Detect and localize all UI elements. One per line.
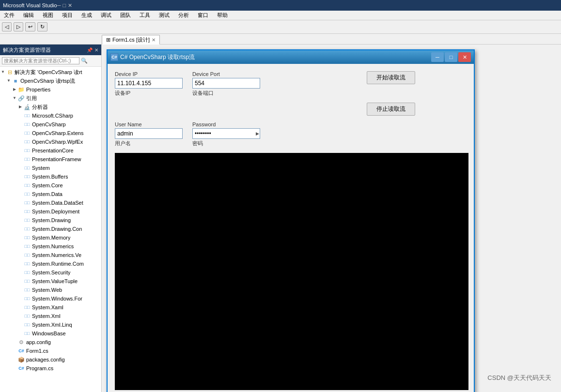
tree-item-ref-opencvsharp-ext[interactable]: □□ OpenCvSharp.Extens xyxy=(0,129,101,137)
start-stream-btn[interactable]: 开始读取流 xyxy=(367,71,415,84)
tree-item-ref-system[interactable]: □□ System xyxy=(0,164,101,172)
menu-help[interactable]: 帮助 xyxy=(215,11,230,19)
close-icon[interactable]: ✕ xyxy=(94,47,98,53)
ref-icon-system-memory: □□ xyxy=(23,234,31,241)
expander-properties[interactable]: ▶ xyxy=(12,87,17,92)
tab-close-icon[interactable]: ✕ xyxy=(152,37,156,43)
tree-item-app-config[interactable]: ⚙ app.config xyxy=(0,338,101,347)
winform-maximize-btn[interactable]: □ xyxy=(445,52,457,62)
ref-label-system-runtime: System.Runtime.Com xyxy=(32,260,84,268)
device-ip-input[interactable] xyxy=(115,78,183,89)
pin-icon[interactable]: 📌 xyxy=(87,47,93,53)
analyzer-icon: 🔬 xyxy=(23,103,31,111)
menu-build[interactable]: 生成 xyxy=(79,11,94,19)
winform-title-area: C# C# OpenCvSharp 读取rtsp流 xyxy=(110,53,195,61)
tab-form1-design[interactable]: ⊞ Form1.cs [设计] ✕ xyxy=(102,35,160,45)
tree-item-program-cs[interactable]: C# Program.cs xyxy=(0,364,101,373)
ref-label-system-xml-linq: System.Xml.Linq xyxy=(32,321,72,329)
toolbar-forward[interactable]: ▷ xyxy=(14,22,23,31)
ref-icon-windows-base: □□ xyxy=(23,330,31,337)
tree-item-analyzer[interactable]: ▶ 🔬 分析器 xyxy=(0,103,101,111)
tree-item-packages-config[interactable]: 📦 packages.config xyxy=(0,355,101,364)
username-input[interactable] xyxy=(115,128,183,139)
menu-view[interactable]: 视图 xyxy=(41,11,55,19)
toolbar-undo[interactable]: ↩ xyxy=(25,22,35,31)
tree-item-ref-system-valuetuple[interactable]: □□ System.ValueTuple xyxy=(0,277,101,286)
tree-item-ref-system-numerics-ve[interactable]: □□ System.Numerics.Ve xyxy=(0,251,101,259)
menu-analyze[interactable]: 分析 xyxy=(176,11,191,19)
ide-menu-bar: 文件 编辑 视图 项目 生成 调试 团队 工具 测试 分析 窗口 帮助 xyxy=(0,11,561,20)
tree-item-ref-opencvsharp[interactable]: □□ OpenCvSharp xyxy=(0,120,101,129)
se-header-icons: 📌 ✕ xyxy=(87,47,98,53)
tree-item-form1-cs[interactable]: C# Form1.cs xyxy=(0,347,101,355)
toolbar-back[interactable]: ◁ xyxy=(2,22,12,31)
menu-edit[interactable]: 编辑 xyxy=(21,11,36,19)
tree-item-references[interactable]: ▼ 🔗 引用 xyxy=(0,94,101,103)
tree-item-ref-opencvsharp-wpf[interactable]: □□ OpenCvSharp.WpfEx xyxy=(0,137,101,146)
ide-title-maximize[interactable]: □ xyxy=(62,2,66,9)
menu-window[interactable]: 窗口 xyxy=(196,11,210,19)
tree-item-ref-system-memory[interactable]: □□ System.Memory xyxy=(0,233,101,242)
expander-solution[interactable]: ▼ xyxy=(0,69,6,75)
menu-debug[interactable]: 调试 xyxy=(99,11,113,19)
stop-stream-btn[interactable]: 停止读取流 xyxy=(367,103,415,116)
toolbar-redo[interactable]: ↻ xyxy=(37,22,47,31)
tree-item-ref-microsoft-csharp[interactable]: □□ Microsoft.CSharp xyxy=(0,111,101,120)
tree-item-ref-system-xaml[interactable]: □□ System.Xaml xyxy=(0,303,101,312)
tree-item-solution[interactable]: ▼ ⊟ 解决方案 'OpenCvSharp 读rt xyxy=(0,68,101,76)
se-search-bar: 🔍 xyxy=(0,55,101,67)
menu-project[interactable]: 项目 xyxy=(60,11,75,19)
cs-icon-form1: C# xyxy=(17,347,25,355)
ref-label-opencvsharp-wpf: OpenCvSharp.WpfEx xyxy=(32,138,83,146)
tree-item-ref-system-drawing[interactable]: □□ System.Drawing xyxy=(0,216,101,225)
expander-analyzer[interactable]: ▶ xyxy=(17,104,23,110)
device-port-input[interactable] xyxy=(192,78,260,89)
ref-icon-system-web: □□ xyxy=(23,286,31,294)
tree-item-ref-system-windows-forms[interactable]: □□ System.Windows.For xyxy=(0,294,101,303)
tree-item-ref-presentation-core[interactable]: □□ PresentationCore xyxy=(0,146,101,155)
tree-item-ref-system-drawing-con[interactable]: □□ System.Drawing.Con xyxy=(0,225,101,233)
ref-label-presentation-fw: PresentationFramew xyxy=(32,155,81,163)
tree-item-ref-system-web[interactable]: □□ System.Web xyxy=(0,286,101,294)
ide-title-close[interactable]: ✕ xyxy=(68,2,72,9)
tree-item-ref-system-security[interactable]: □□ System.Security xyxy=(0,268,101,277)
tree-item-ref-system-deployment[interactable]: □□ System.Deployment xyxy=(0,207,101,216)
menu-file[interactable]: 文件 xyxy=(2,11,16,19)
tree-item-ref-windows-base[interactable]: □□ WindowsBase xyxy=(0,329,101,338)
tab-icon: ⊞ xyxy=(106,37,110,43)
winform-minimize-btn[interactable]: ─ xyxy=(431,52,444,62)
ref-icon-system-numerics: □□ xyxy=(23,242,31,250)
tree-item-ref-system-runtime[interactable]: □□ System.Runtime.Com xyxy=(0,259,101,268)
winform-close-btn[interactable]: ✕ xyxy=(458,52,471,62)
se-tree[interactable]: ▼ ⊟ 解决方案 'OpenCvSharp 读rt ▼ ■ OpenCvShar… xyxy=(0,67,101,392)
password-input[interactable] xyxy=(192,128,260,139)
tree-item-ref-system-core[interactable]: □□ System.Core xyxy=(0,181,101,190)
menu-tools[interactable]: 工具 xyxy=(138,11,152,19)
tree-item-ref-system-xml-linq[interactable]: □□ System.Xml.Linq xyxy=(0,320,101,329)
ref-icon-system-data: □□ xyxy=(23,190,31,198)
menu-team[interactable]: 团队 xyxy=(118,11,133,19)
search-icon[interactable]: 🔍 xyxy=(81,58,88,64)
se-search-input[interactable] xyxy=(2,57,79,64)
tree-item-properties[interactable]: ▶ 📁 Properties xyxy=(0,85,101,94)
tree-item-ref-system-numerics[interactable]: □□ System.Numerics xyxy=(0,242,101,251)
tab-label: Form1.cs [设计] xyxy=(112,36,150,44)
ref-label-system-data: System.Data xyxy=(32,190,62,198)
password-arrow-icon[interactable]: ▶ xyxy=(256,131,259,136)
watermark: CSDN @天天代码天天 xyxy=(487,374,551,382)
expander-references[interactable]: ▼ xyxy=(12,95,17,101)
tree-item-ref-system-data[interactable]: □□ System.Data xyxy=(0,190,101,198)
tree-item-ref-system-data-dataset[interactable]: □□ System.Data.DataSet xyxy=(0,198,101,207)
menu-test[interactable]: 测试 xyxy=(157,11,171,19)
expander-project[interactable]: ▼ xyxy=(6,78,12,84)
tree-item-ref-presentation-framework[interactable]: □□ PresentationFramew xyxy=(0,155,101,164)
tree-item-ref-system-xml[interactable]: □□ System.Xml xyxy=(0,312,101,320)
ref-icon-system-xml: □□ xyxy=(23,312,31,320)
tree-item-ref-system-buffers[interactable]: □□ System.Buffers xyxy=(0,172,101,181)
tree-item-project[interactable]: ▼ ■ OpenCvSharp 读rtsp流 xyxy=(0,76,101,85)
ide-title-minimize[interactable]: ─ xyxy=(57,2,61,9)
ref-label-system: System xyxy=(32,164,50,172)
ref-label-opencvsharp: OpenCvSharp xyxy=(32,121,66,128)
ref-label-system-deployment: System.Deployment xyxy=(32,208,79,215)
ide-tab-bar: ⊞ Form1.cs [设计] ✕ xyxy=(0,34,561,45)
